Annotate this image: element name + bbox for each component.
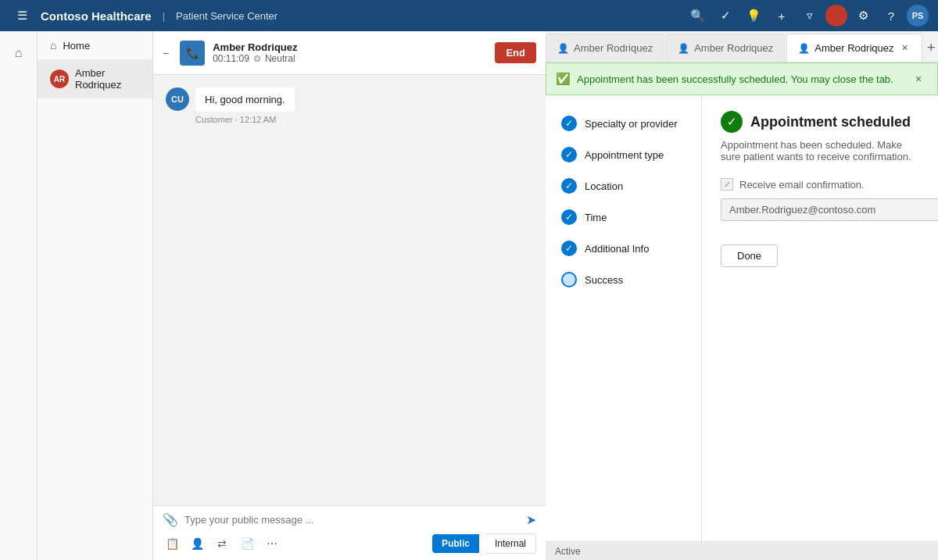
tab-3-close-icon[interactable]: ✕	[898, 42, 911, 55]
tab-3-label: Amber Rodriquez	[814, 42, 893, 54]
chat-toolbar: 📋 👤 ⇄ 📄 ⋯ Public Internal	[163, 533, 536, 554]
check-circle-icon[interactable]: ✓	[713, 3, 738, 28]
filter-icon[interactable]: ▿	[797, 3, 822, 28]
call-name: Amber Rodriquez	[213, 41, 487, 53]
step-specialty-circle: ✓	[561, 116, 577, 131]
message-input[interactable]	[184, 514, 520, 526]
topbar-subtitle: Patient Service Center	[176, 10, 277, 22]
internal-button[interactable]: Internal	[485, 533, 536, 554]
notification-close-icon[interactable]: ×	[909, 70, 928, 88]
user-avatar[interactable]: PS	[907, 5, 929, 27]
tab-1[interactable]: 👤 Amber Rodriquez	[546, 34, 664, 62]
nav-user-item[interactable]: AR Amber Rodriquez	[38, 59, 152, 98]
email-confirm-row: ✓ Receive email confirmation.	[721, 178, 919, 191]
step-additional-info[interactable]: ✓ Additional Info	[546, 233, 701, 264]
public-button[interactable]: Public	[432, 534, 479, 553]
scheduled-header: ✓ Appointment scheduled	[721, 111, 919, 133]
person-icon[interactable]: 👤	[188, 534, 206, 553]
topbar: ☰ Contoso Healthcare | Patient Service C…	[0, 0, 938, 31]
settings-icon[interactable]: ⚙	[850, 3, 875, 28]
scheduled-description: Appointment has been scheduled. Make sur…	[721, 139, 919, 162]
user-nav-avatar: AR	[50, 70, 69, 88]
steps-panel: ✓ Specialty or provider ✓ Appointment ty…	[546, 95, 702, 541]
tab-1-label: Amber Rodriquez	[574, 42, 653, 54]
done-button[interactable]: Done	[721, 244, 778, 267]
step-additional-circle: ✓	[561, 241, 577, 256]
attach-icon[interactable]: 📎	[163, 512, 178, 527]
tab-3[interactable]: 👤 Amber Rodriquez ✕	[786, 34, 922, 62]
tab-2-label: Amber Rodriquez	[694, 42, 773, 54]
chat-messages: CU Hi, good morning. Customer · 12:12 AM	[153, 75, 546, 505]
step-success[interactable]: Success	[546, 264, 701, 295]
nav-panel: ⌂ Home AR Amber Rodriquez	[38, 31, 153, 560]
step-location-label: Location	[585, 180, 623, 192]
step-location[interactable]: ✓ Location	[546, 170, 701, 202]
chat-bubble-text: Hi, good morning.	[195, 87, 295, 112]
add-tab-button[interactable]: +	[924, 34, 938, 62]
email-checkbox: ✓	[721, 178, 733, 191]
person-tab-icon-3: 👤	[798, 43, 810, 54]
more-icon[interactable]: ⋯	[263, 534, 281, 553]
nav-home-label: Home	[63, 40, 90, 52]
nav-home-item[interactable]: ⌂ Home	[38, 31, 152, 59]
help-icon[interactable]: ?	[879, 3, 904, 28]
call-status-text: Neutral	[265, 53, 295, 64]
scheduled-title: Appointment scheduled	[750, 114, 911, 130]
status-text: Active	[555, 546, 581, 557]
end-call-button[interactable]: End	[495, 42, 536, 63]
content-split: ✓ Specialty or provider ✓ Appointment ty…	[546, 95, 938, 541]
step-success-circle	[561, 272, 577, 287]
call-bar: − 📞 Amber Rodriquez 00:11:09 Neutral End	[153, 31, 546, 75]
chat-input-row: 📎 ➤	[163, 512, 536, 527]
step-location-circle: ✓	[561, 178, 577, 194]
step-specialty-label: Specialty or provider	[585, 118, 678, 130]
step-time-circle: ✓	[561, 209, 577, 225]
tab-bar: 👤 Amber Rodriquez 👤 Amber Rodriquez 👤 Am…	[546, 31, 938, 62]
lightbulb-icon[interactable]: 💡	[741, 3, 766, 28]
topbar-divider: |	[163, 10, 165, 22]
content-area: 👤 Amber Rodriquez 👤 Amber Rodriquez 👤 Am…	[546, 31, 938, 560]
brand-name: Contoso Healthcare	[41, 9, 152, 23]
home-icon: ⌂	[50, 39, 56, 52]
scheduled-check-icon: ✓	[721, 111, 743, 133]
tab-2[interactable]: 👤 Amber Rodriquez	[666, 34, 785, 62]
hamburger-icon[interactable]: ☰	[9, 3, 34, 28]
call-type-icon: 📞	[180, 41, 205, 66]
call-meta: 00:11:09 Neutral	[213, 53, 487, 64]
status-bar: Active	[546, 541, 938, 560]
plus-icon[interactable]: +	[769, 3, 794, 28]
step-specialty[interactable]: ✓ Specialty or provider	[546, 108, 701, 139]
template-icon[interactable]: 📄	[238, 534, 256, 553]
email-confirm-label: Receive email confirmation.	[739, 179, 865, 191]
step-appointment-label: Appointment type	[585, 149, 664, 161]
topbar-actions: 🔍 ✓ 💡 + ▿ ⚙ ? PS	[685, 3, 929, 28]
nav-user-label: Amber Rodriquez	[75, 67, 140, 91]
sidebar: ⌂	[0, 31, 38, 560]
step-time[interactable]: ✓ Time	[546, 202, 701, 233]
notification-avatar[interactable]	[825, 5, 847, 27]
sidebar-home-icon[interactable]: ⌂	[3, 37, 34, 69]
main-layout: ⌂ ⌂ Home AR Amber Rodriquez − 📞 Amber Ro…	[0, 31, 938, 560]
transfer-icon[interactable]: ⇄	[213, 534, 231, 553]
step-additional-label: Additional Info	[585, 243, 649, 255]
active-call-area: − 📞 Amber Rodriquez 00:11:09 Neutral End…	[153, 31, 546, 560]
send-button[interactable]: ➤	[526, 512, 536, 527]
chat-input-area: 📎 ➤ 📋 👤 ⇄ 📄 ⋯ Public Internal	[153, 505, 546, 560]
step-appointment-circle: ✓	[561, 147, 577, 162]
call-timer: 00:11:09	[213, 53, 249, 64]
search-icon[interactable]: 🔍	[685, 3, 710, 28]
notification-bar: ✅ Appointment has been successfully sche…	[546, 62, 938, 95]
step-appointment-type[interactable]: ✓ Appointment type	[546, 139, 701, 170]
avatar: CU	[166, 87, 189, 111]
chat-bubble-meta: Customer · 12:12 AM	[195, 115, 295, 124]
notification-text: Appointment has been successfully schedu…	[577, 73, 903, 85]
call-info: Amber Rodriquez 00:11:09 Neutral	[213, 41, 487, 64]
step-time-label: Time	[585, 212, 607, 223]
step-success-label: Success	[585, 274, 623, 286]
note-icon[interactable]: 📋	[163, 534, 181, 553]
person-tab-icon-2: 👤	[678, 43, 689, 54]
person-tab-icon-1: 👤	[557, 43, 569, 54]
minimize-icon[interactable]: −	[163, 47, 169, 59]
call-status-dot	[254, 55, 260, 62]
email-input-field	[721, 198, 938, 221]
